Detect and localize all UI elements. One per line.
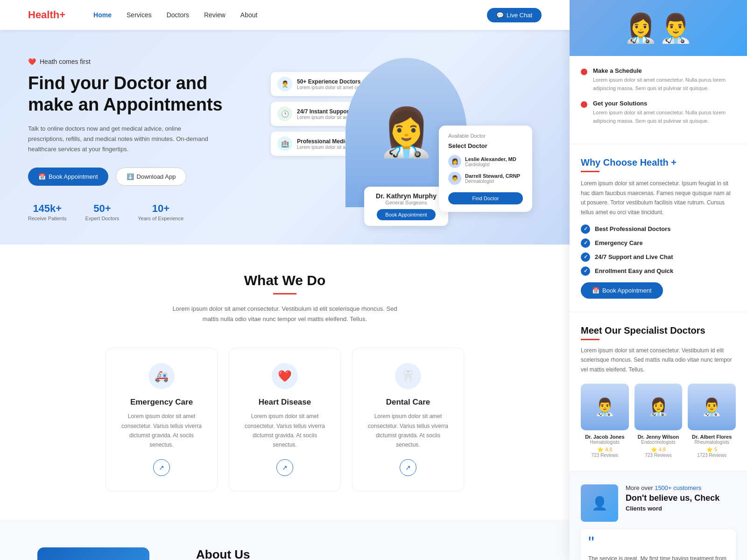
quote-text: The service is great. My first time havi… xyxy=(588,554,728,560)
meet-doctors-divider xyxy=(581,339,599,340)
available-doctor-card: Available Doctor Select Doctor 👩 Leslie … xyxy=(439,126,532,212)
doctor-card-1: 👨‍⚕️ Dr. Jacob Jones Hematologists ⭐ 4.8… xyxy=(581,384,629,458)
calendar-icon-why: 📅 xyxy=(592,287,599,294)
check-icon-2: ✓ xyxy=(581,238,590,248)
hero-visual: 👨‍⚕️ 50+ Experience Doctors Lorem ipsum … xyxy=(271,58,542,226)
hero-book-btn[interactable]: Book Appointment xyxy=(377,209,435,220)
what-we-do-section: What We Do Lorem ipsum dolor sit amet co… xyxy=(0,245,570,519)
what-we-do-description: Lorem ipsum dolor sit amet consectetur. … xyxy=(168,304,402,324)
check-icon-3: ✓ xyxy=(581,252,590,262)
dental-arrow-btn[interactable]: ↗ xyxy=(400,459,416,476)
right-solution-get: Get your Solutions Lorem ipsum dolor sit… xyxy=(581,100,736,125)
why-feature-1: ✓ Best Professional Doctors xyxy=(581,224,736,234)
service-heart: ❤️ Heart Disease Lorem ipsum dolor sit a… xyxy=(229,348,341,491)
about-team-photo: 👨‍⚕️👩‍⚕️ xyxy=(37,547,149,560)
stat-doctors: 50+ Expert Doctors xyxy=(85,203,120,221)
hero-buttons: 📅 Book Appointment ⬇️ Download App xyxy=(28,168,252,186)
right-top-visual: 👩‍⚕️👨‍⚕️ xyxy=(623,12,693,45)
doctor-stars-2: ⭐ 4.8 xyxy=(634,447,683,453)
doctor-avatar-2: 👨 xyxy=(448,172,461,185)
nav-about[interactable]: About xyxy=(240,11,258,19)
service-dental: 🦷 Dental Care Lorem ipsum dolor sit amet… xyxy=(352,348,464,491)
why-feature-3: ✓ 24/7 Support and Live Chat xyxy=(581,252,736,262)
nav-review[interactable]: Review xyxy=(204,11,226,19)
brand-logo: Health+ xyxy=(28,9,65,21)
heart-disease-icon: ❤️ xyxy=(272,363,298,389)
right-panel: 👩‍⚕️👨‍⚕️ Make a Schedule Lorem ipsum dol… xyxy=(570,0,747,560)
nav-links: Home Services Doctors Review About xyxy=(93,11,487,19)
why-choose-divider xyxy=(581,171,599,172)
emergency-icon: 🚑 xyxy=(148,363,175,389)
right-solutions: Make a Schedule Lorem ipsum dolor sit am… xyxy=(570,56,747,144)
why-choose-section: Why Choose Health + Lorem ipsum dolor si… xyxy=(570,144,747,312)
doctor-stars-3: ⭐ 5 xyxy=(688,447,736,453)
doctors-icon: 👨‍⚕️ xyxy=(277,77,292,91)
stat-experience: 10+ Years of Experience xyxy=(138,203,183,221)
why-feature-2: ✓ Emergency Care xyxy=(581,238,736,248)
doctor-card-2: 👩‍⚕️ Dr. Jenny Wilson Endocrinologists ⭐… xyxy=(634,384,683,458)
nav-home[interactable]: Home xyxy=(93,11,112,19)
hero-title: Find your Doctor and make an Appointment… xyxy=(28,73,252,115)
what-we-do-title: What We Do xyxy=(37,273,532,288)
about-content: About Us Lorem ipsum dolor sit amet cons… xyxy=(196,547,532,560)
testimonials-section: 👤 More over 1500+ customers Don't believ… xyxy=(570,471,747,560)
why-book-button[interactable]: 📅 Book Appointment xyxy=(581,282,663,299)
hero-content: ❤️ Heath comes first Find your Doctor an… xyxy=(28,58,252,226)
right-sol-dot-1 xyxy=(581,69,587,75)
meet-doctors-section: Meet Our Specialist Doctors Lorem ipsum … xyxy=(570,312,747,471)
hero-stats: 145k+ Receive Patients 50+ Expert Doctor… xyxy=(28,203,252,221)
live-chat-button[interactable]: 💬 Live Chat xyxy=(487,8,542,22)
doctor-stars-1: ⭐ 4.8 xyxy=(581,447,629,453)
section-divider xyxy=(273,293,296,294)
testimonial-image: 👤 xyxy=(581,484,618,522)
support-icon: 🕐 xyxy=(277,106,292,121)
right-sol-dot-2 xyxy=(581,101,587,108)
right-solution-schedule: Make a Schedule Lorem ipsum dolor sit am… xyxy=(581,67,736,92)
why-choose-description: Lorem ipsum dolor sit amet consectetur. … xyxy=(581,179,736,217)
navbar: Health+ Home Services Doctors Review Abo… xyxy=(0,0,570,30)
about-image: 👨‍⚕️👩‍⚕️ xyxy=(37,547,168,560)
meet-doctors-title: Meet Our Specialist Doctors xyxy=(581,325,736,336)
about-section: 👨‍⚕️👩‍⚕️ About Us Lorem ipsum dolor sit … xyxy=(0,519,570,560)
chat-icon: 💬 xyxy=(496,12,504,19)
doctor-card-3: 👨‍⚕️ Dr. Albert Flores Rheumatologists ⭐… xyxy=(688,384,736,458)
quote-open: " xyxy=(588,537,728,550)
doctor-photo-3: 👨‍⚕️ xyxy=(688,384,736,430)
quote-box: " The service is great. My first time ha… xyxy=(581,529,736,560)
doctors-grid: 👨‍⚕️ Dr. Jacob Jones Hematologists ⭐ 4.8… xyxy=(581,384,736,458)
meet-doctors-description: Lorem ipsum dolor sit amet consectetur. … xyxy=(581,346,736,374)
why-choose-title: Why Choose Health + xyxy=(581,157,736,168)
emergency-arrow-btn[interactable]: ↗ xyxy=(153,459,170,476)
services-grid: 🚑 Emergency Care Lorem ipsum dolor sit a… xyxy=(37,348,532,491)
hero-description: Talk to online doctors now and get medic… xyxy=(28,124,215,154)
calendar-icon: 📅 xyxy=(38,173,46,180)
doctor-photo-2: 👩‍⚕️ xyxy=(634,384,683,430)
hero-section: ❤️ Heath comes first Find your Doctor an… xyxy=(0,30,570,245)
doctor-name-card: Dr. Kathryn Murphy General Surgeons Book… xyxy=(364,187,448,226)
testimonial-header: 👤 More over 1500+ customers Don't believ… xyxy=(581,484,736,522)
testimonial-text-header: More over 1500+ customers Don't believe … xyxy=(626,484,719,518)
team-icon: 🏥 xyxy=(277,136,292,151)
book-appointment-button[interactable]: 📅 Book Appointment xyxy=(28,168,108,186)
heart-arrow-btn[interactable]: ↗ xyxy=(276,459,293,476)
check-icon-1: ✓ xyxy=(581,224,590,234)
hero-badge: ❤️ Heath comes first xyxy=(28,58,252,65)
nav-services[interactable]: Services xyxy=(127,11,152,19)
doctor-mini-1: 👩 Leslie Alexander, MD Cardiologist xyxy=(448,155,523,168)
service-emergency: 🚑 Emergency Care Lorem ipsum dolor sit a… xyxy=(106,348,218,491)
nav-doctors[interactable]: Doctors xyxy=(167,11,189,19)
download-icon: ⬇️ xyxy=(127,173,134,180)
why-feature-4: ✓ Enrollment Easy and Quick xyxy=(581,266,736,276)
dental-icon: 🦷 xyxy=(395,363,421,389)
right-top-image: 👩‍⚕️👨‍⚕️ xyxy=(570,0,747,56)
doctor-mini-2: 👨 Darrell Steward, CRNP Dermatologist xyxy=(448,172,523,185)
doctor-avatar-1: 👩 xyxy=(448,155,461,168)
find-doctor-button[interactable]: Find Doctor xyxy=(448,192,523,204)
heart-icon: ❤️ xyxy=(28,58,36,65)
about-title: About Us xyxy=(196,547,532,560)
download-app-button[interactable]: ⬇️ Download App xyxy=(116,168,187,186)
doctor-photo-1: 👨‍⚕️ xyxy=(581,384,629,430)
stat-patients: 145k+ Receive Patients xyxy=(28,203,67,221)
check-icon-4: ✓ xyxy=(581,266,590,276)
